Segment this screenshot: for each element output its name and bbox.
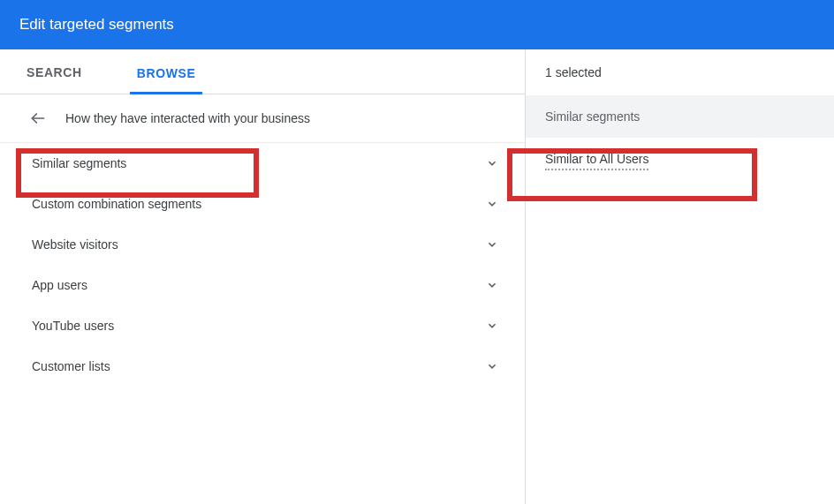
segment-item-label: Customer lists — [32, 359, 110, 373]
segment-item-customer-lists[interactable]: Customer lists — [0, 346, 525, 387]
chevron-down-icon — [484, 318, 500, 334]
selection-count: 1 selected — [526, 49, 834, 95]
breadcrumb-label: How they have interacted with your busin… — [65, 111, 310, 125]
segment-item-label: YouTube users — [32, 319, 114, 333]
segment-item-youtube-users[interactable]: YouTube users — [0, 305, 525, 346]
arrow-left-icon — [29, 109, 47, 127]
segment-item-label: App users — [32, 278, 87, 292]
selected-item[interactable]: Similar to All Users — [526, 138, 834, 184]
segment-item-label: Custom combination segments — [32, 197, 201, 211]
segment-list: Similar segments Custom combination segm… — [0, 143, 525, 387]
selection-group-title-label: Similar segments — [545, 109, 640, 124]
selection-group-title: Similar segments — [526, 95, 834, 138]
breadcrumb: How they have interacted with your busin… — [0, 94, 525, 143]
back-button[interactable] — [27, 107, 49, 130]
dialog-header: Edit targeted segments — [0, 0, 834, 49]
chevron-down-icon — [484, 196, 500, 212]
segment-item-label: Website visitors — [32, 237, 118, 252]
selection-count-label: 1 selected — [545, 65, 602, 79]
dialog-body: SEARCH BROWSE How they have interacted w… — [0, 49, 834, 504]
chevron-down-icon — [484, 358, 500, 374]
chevron-down-icon — [484, 277, 500, 293]
tab-search[interactable]: SEARCH — [19, 49, 89, 94]
chevron-down-icon — [484, 155, 500, 171]
right-panel: 1 selected Similar segments Similar to A… — [526, 49, 834, 504]
segment-item-label: Similar segments — [32, 156, 126, 170]
tab-search-label: SEARCH — [27, 65, 82, 79]
dialog-title: Edit targeted segments — [19, 16, 174, 33]
segment-item-app-users[interactable]: App users — [0, 265, 525, 305]
chevron-down-icon — [484, 237, 500, 252]
tab-browse[interactable]: BROWSE — [130, 50, 203, 94]
segment-item-website-visitors[interactable]: Website visitors — [0, 224, 525, 265]
tab-bar: SEARCH BROWSE — [0, 49, 525, 94]
segment-item-custom-combination[interactable]: Custom combination segments — [0, 184, 525, 224]
selected-item-label: Similar to All Users — [545, 152, 648, 170]
left-panel: SEARCH BROWSE How they have interacted w… — [0, 49, 526, 504]
tab-browse-label: BROWSE — [137, 66, 196, 80]
segment-item-similar[interactable]: Similar segments — [0, 143, 525, 184]
